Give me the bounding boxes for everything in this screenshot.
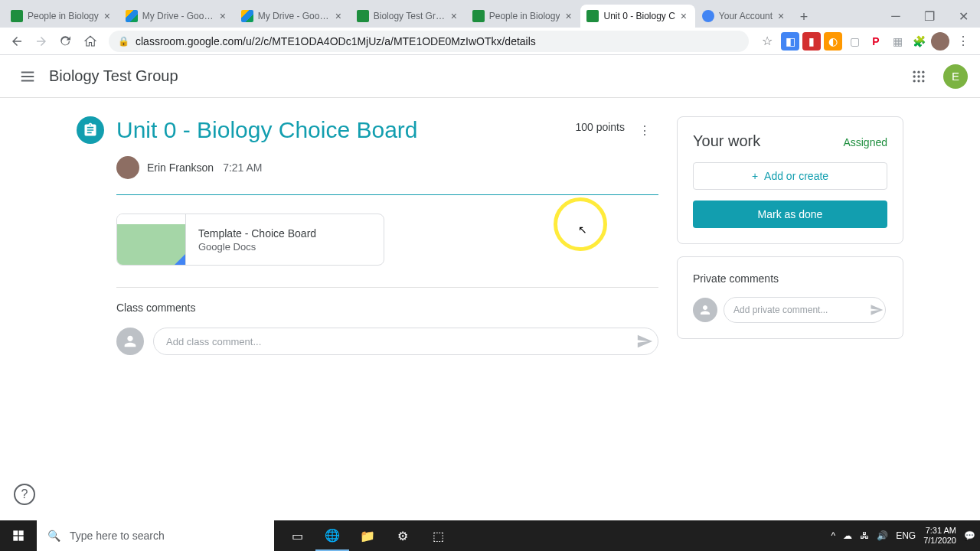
clock[interactable]: 7:31 AM 7/1/2020 bbox=[923, 526, 956, 546]
tab-title: People in Biology bbox=[28, 11, 99, 21]
chrome-taskbar-icon[interactable]: 🌐 bbox=[315, 520, 349, 551]
browser-tab[interactable]: People in Biology × bbox=[5, 5, 119, 28]
extension-icon[interactable]: ▮ bbox=[802, 32, 821, 51]
google-apps-button[interactable] bbox=[903, 61, 934, 92]
class-comment-input[interactable]: Add class comment... bbox=[153, 328, 658, 355]
your-work-card: Your work Assigned + Add or create Mark … bbox=[677, 116, 903, 244]
bookmark-button[interactable]: ☆ bbox=[756, 31, 778, 52]
chrome-menu-button[interactable]: ⋮ bbox=[952, 31, 974, 52]
maximize-button[interactable]: ❐ bbox=[913, 5, 946, 28]
browser-tab[interactable]: People in Biology × bbox=[466, 5, 580, 28]
more-options-button[interactable]: ⋮ bbox=[631, 116, 658, 144]
back-button[interactable] bbox=[6, 31, 28, 52]
reload-button[interactable] bbox=[55, 31, 77, 52]
app-taskbar-icon[interactable]: ⚙ bbox=[386, 520, 420, 551]
tab-title: People in Biology bbox=[489, 11, 560, 21]
points-label: 100 points bbox=[575, 121, 625, 133]
account-avatar[interactable]: E bbox=[943, 64, 968, 89]
start-button[interactable] bbox=[0, 520, 37, 551]
file-explorer-icon[interactable]: 📁 bbox=[351, 520, 384, 551]
class-comments-section: Class comments Add class comment... bbox=[116, 287, 658, 355]
tab-title: Your Account bbox=[719, 11, 773, 21]
assignment-title: Unit 0 - Biology Choice Board bbox=[116, 116, 563, 144]
close-icon[interactable]: × bbox=[333, 11, 344, 21]
private-comments-title: Private comments bbox=[693, 272, 887, 285]
tray-time: 7:31 AM bbox=[923, 526, 956, 536]
send-icon[interactable] bbox=[631, 333, 658, 350]
assignment-icon bbox=[77, 116, 104, 144]
tab-title: My Drive - Google bbox=[142, 11, 214, 21]
svg-rect-10 bbox=[19, 530, 24, 535]
plus-icon: + bbox=[752, 170, 758, 182]
search-placeholder: Type here to search bbox=[70, 530, 165, 542]
new-tab-button[interactable]: + bbox=[793, 6, 815, 28]
extensions-menu-icon[interactable]: 🧩 bbox=[910, 32, 928, 51]
close-icon[interactable]: × bbox=[776, 11, 786, 21]
add-label: Add or create bbox=[764, 170, 828, 182]
extension-icon[interactable]: ◧ bbox=[781, 32, 799, 51]
profile-avatar[interactable] bbox=[931, 32, 949, 51]
browser-tab[interactable]: My Drive - Google × bbox=[235, 5, 350, 28]
svg-point-7 bbox=[917, 80, 920, 82]
minimize-button[interactable]: ─ bbox=[879, 5, 913, 28]
browser-tab[interactable]: Biology Test Group × bbox=[351, 5, 466, 28]
private-comment-input[interactable]: Add private comment... bbox=[724, 297, 886, 323]
page-title[interactable]: Biology Test Group bbox=[49, 67, 178, 85]
lock-icon: 🔒 bbox=[118, 36, 129, 47]
volume-icon[interactable]: 🔊 bbox=[877, 530, 888, 541]
tab-title: Biology Test Group bbox=[374, 11, 446, 21]
user-avatar bbox=[116, 328, 144, 355]
browser-tab[interactable]: Your Account × bbox=[696, 5, 792, 28]
svg-point-0 bbox=[913, 70, 916, 73]
comment-placeholder: Add class comment... bbox=[166, 336, 261, 347]
author-avatar bbox=[116, 156, 139, 179]
extension-icon[interactable]: ▦ bbox=[888, 32, 906, 51]
svg-point-1 bbox=[917, 70, 920, 73]
svg-rect-11 bbox=[13, 536, 18, 541]
your-work-title: Your work bbox=[693, 132, 760, 150]
address-bar: 🔒 classroom.google.com/u/2/c/MTE1ODA4ODc… bbox=[0, 28, 980, 55]
app-taskbar-icon[interactable]: ⬚ bbox=[421, 520, 455, 551]
pinterest-icon[interactable]: P bbox=[867, 32, 885, 51]
close-icon[interactable]: × bbox=[102, 11, 113, 21]
post-time: 7:21 AM bbox=[223, 161, 262, 174]
home-button[interactable] bbox=[80, 31, 101, 52]
tray-chevron-icon[interactable]: ^ bbox=[831, 530, 836, 541]
onedrive-icon[interactable]: ☁ bbox=[843, 530, 852, 541]
attachment-card[interactable]: Template - Choice Board Google Docs bbox=[116, 214, 384, 266]
close-window-button[interactable]: ✕ bbox=[946, 5, 980, 28]
add-or-create-button[interactable]: + Add or create bbox=[693, 162, 887, 190]
hamburger-menu-button[interactable] bbox=[12, 61, 43, 92]
help-button[interactable]: ? bbox=[14, 484, 35, 505]
author-name: Erin Frankson bbox=[147, 161, 214, 174]
taskbar-search[interactable]: 🔍 Type here to search bbox=[37, 520, 274, 551]
url-input[interactable]: 🔒 classroom.google.com/u/2/c/MTE1ODA4ODc… bbox=[109, 31, 749, 52]
classroom-favicon bbox=[11, 10, 23, 22]
close-icon[interactable]: × bbox=[217, 11, 228, 21]
tray-date: 7/1/2020 bbox=[923, 536, 956, 546]
notifications-icon[interactable]: 💬 bbox=[964, 530, 975, 541]
send-icon[interactable] bbox=[866, 303, 887, 317]
close-icon[interactable]: × bbox=[563, 11, 573, 21]
close-icon[interactable]: × bbox=[678, 11, 689, 21]
close-icon[interactable]: × bbox=[449, 11, 459, 21]
svg-point-3 bbox=[913, 75, 916, 77]
classroom-favicon bbox=[357, 10, 369, 22]
user-avatar bbox=[693, 298, 717, 322]
forward-button[interactable] bbox=[31, 31, 52, 52]
mark-as-done-button[interactable]: Mark as done bbox=[693, 201, 887, 228]
extension-icon[interactable]: ▢ bbox=[845, 32, 864, 51]
svg-rect-12 bbox=[19, 536, 24, 541]
tab-title: Unit 0 - Biology C bbox=[603, 11, 675, 21]
svg-point-5 bbox=[922, 75, 924, 77]
svg-point-6 bbox=[913, 80, 916, 82]
private-comments-card: Private comments Add private comment... bbox=[677, 256, 903, 339]
extension-icon[interactable]: ◐ bbox=[824, 32, 842, 51]
task-view-button[interactable]: ▭ bbox=[280, 520, 314, 551]
attachment-title: Template - Choice Board bbox=[198, 227, 316, 240]
browser-tab-active[interactable]: Unit 0 - Biology C × bbox=[580, 5, 694, 28]
network-icon[interactable]: 🖧 bbox=[860, 530, 869, 541]
app-header: Biology Test Group E bbox=[0, 55, 980, 98]
language-indicator[interactable]: ENG bbox=[896, 530, 916, 541]
browser-tab[interactable]: My Drive - Google × bbox=[119, 5, 234, 28]
